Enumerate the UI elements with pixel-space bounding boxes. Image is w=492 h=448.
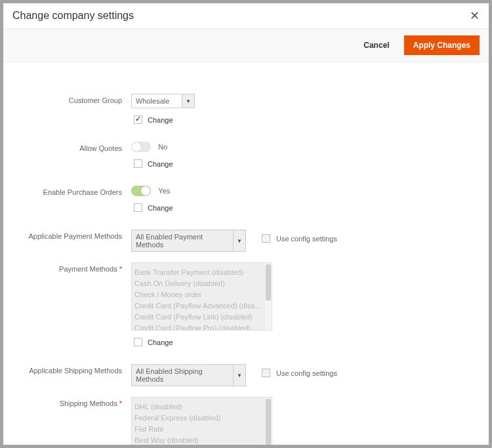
modal-title: Change company settings <box>12 10 134 22</box>
list-item[interactable]: DHL (disabled) <box>134 401 262 413</box>
list-item[interactable]: Credit Card (Payflow Advanced) (disabled… <box>134 300 262 312</box>
list-item[interactable]: Flat Rate <box>134 424 262 435</box>
change-label: Change <box>148 116 173 124</box>
scrollbar[interactable] <box>265 397 272 445</box>
list-item[interactable]: Federal Express (disabled) <box>134 413 262 424</box>
chevron-down-icon[interactable]: ▼ <box>182 94 195 108</box>
change-label: Change <box>148 204 173 212</box>
allow-quotes-state: No <box>158 143 167 151</box>
list-item[interactable]: Best Way (disabled) <box>134 435 262 445</box>
list-item[interactable]: Credit Card (Payflow Pro) (disabled) <box>134 323 262 330</box>
chevron-down-icon[interactable]: ▼ <box>234 230 246 252</box>
customer-group-select[interactable]: Wholesale <box>131 94 182 108</box>
label-applicable-shipping: Applicable Shipping Methods <box>16 364 131 375</box>
payment-methods-change-checkbox[interactable] <box>134 338 142 346</box>
change-label: Change <box>148 338 173 346</box>
label-shipping-methods: Shipping Methods* <box>16 397 131 407</box>
label-allow-quotes: Allow Quotes <box>16 142 131 152</box>
allow-quotes-change-checkbox[interactable] <box>134 159 142 168</box>
enable-po-change-checkbox[interactable] <box>134 203 142 212</box>
list-item[interactable]: Bank Transfer Payment (disabled) <box>134 267 262 278</box>
customer-group-change-checkbox[interactable] <box>134 115 142 124</box>
applicable-shipping-select[interactable]: All Enabled Shipping Methods <box>131 364 234 386</box>
change-label: Change <box>148 160 173 168</box>
applicable-payment-select[interactable]: All Enabled Payment Methods <box>131 230 234 252</box>
label-customer-group: Customer Group <box>16 94 131 104</box>
close-icon[interactable]: ✕ <box>470 10 480 22</box>
scrollbar[interactable] <box>265 263 272 330</box>
payment-use-config-checkbox <box>262 234 270 243</box>
enable-po-toggle[interactable] <box>131 186 151 196</box>
list-item[interactable]: Check / Money order <box>134 289 262 300</box>
action-bar: Cancel Apply Changes <box>3 28 489 62</box>
apply-changes-button[interactable]: Apply Changes <box>404 35 480 55</box>
chevron-down-icon[interactable]: ▼ <box>234 364 246 386</box>
list-item[interactable]: Credit Card (Payflow Link) (disabled) <box>134 312 262 323</box>
enable-po-state: Yes <box>158 187 170 195</box>
list-item[interactable]: Cash On Delivery (disabled) <box>134 278 262 289</box>
label-applicable-payment: Applicable Payment Methods <box>16 230 131 240</box>
shipping-use-config-checkbox <box>262 369 270 377</box>
shipping-methods-list[interactable]: DHL (disabled) Federal Express (disabled… <box>131 397 272 445</box>
use-config-label: Use config settings <box>276 369 337 377</box>
cancel-button[interactable]: Cancel <box>359 40 393 51</box>
label-enable-po: Enable Purchase Orders <box>16 186 131 196</box>
label-payment-methods: Payment Methods* <box>16 262 131 273</box>
allow-quotes-toggle[interactable] <box>131 142 151 152</box>
use-config-label: Use config settings <box>276 235 337 243</box>
payment-methods-list[interactable]: Bank Transfer Payment (disabled) Cash On… <box>131 262 272 331</box>
